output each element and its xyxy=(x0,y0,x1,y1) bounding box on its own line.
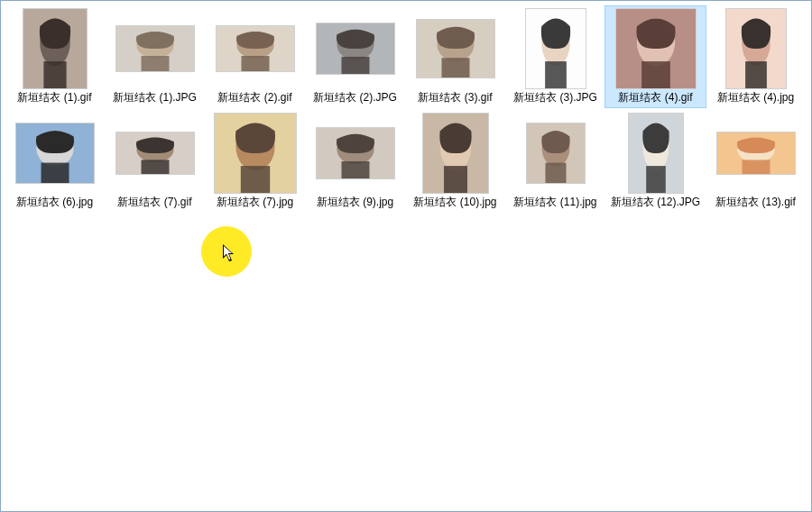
svg-rect-23 xyxy=(745,61,767,88)
file-thumbnail[interactable] xyxy=(711,113,801,194)
file-name-label[interactable]: 新垣结衣 (11).jpg xyxy=(507,194,604,210)
file-item[interactable]: 新垣结衣 (11).jpg xyxy=(505,111,605,212)
file-name-label[interactable]: 新垣结衣 (1).gif xyxy=(6,89,104,105)
file-name-label[interactable]: 新垣结衣 (1).JPG xyxy=(106,89,204,105)
cursor-icon xyxy=(223,244,237,267)
svg-rect-32 xyxy=(240,166,269,193)
file-item[interactable]: 新垣结衣 (13).gif xyxy=(706,111,806,212)
svg-rect-20 xyxy=(641,61,670,88)
file-thumbnail[interactable] xyxy=(611,8,701,89)
file-item[interactable]: 新垣结衣 (2).JPG xyxy=(305,6,405,107)
file-name-label[interactable]: 新垣结衣 (13).gif xyxy=(707,194,805,210)
file-thumbnail[interactable] xyxy=(310,113,401,194)
file-thumbnail[interactable] xyxy=(210,8,300,89)
file-name-label[interactable]: 新垣结衣 (9).jpg xyxy=(307,194,404,210)
file-thumbnail[interactable] xyxy=(10,8,100,89)
file-thumbnail[interactable] xyxy=(110,8,200,89)
file-name-label[interactable]: 新垣结衣 (4).jpg xyxy=(707,89,805,105)
svg-rect-14 xyxy=(441,58,469,78)
cursor-highlight xyxy=(201,226,252,277)
svg-rect-11 xyxy=(341,57,369,74)
svg-rect-47 xyxy=(742,160,770,174)
file-explorer-pane[interactable]: 新垣结衣 (1).gif新垣结衣 (1).JPG新垣结衣 (2).gif新垣结衣… xyxy=(0,0,812,512)
file-item[interactable]: 新垣结衣 (6).jpg xyxy=(5,111,105,212)
file-thumbnail[interactable] xyxy=(10,113,100,194)
file-item[interactable]: 新垣结衣 (3).JPG xyxy=(505,6,605,107)
file-name-label[interactable]: 新垣结衣 (2).gif xyxy=(207,89,304,105)
file-name-label[interactable]: 新垣结衣 (3).JPG xyxy=(507,89,604,105)
file-thumbnail[interactable] xyxy=(711,8,801,89)
file-thumbnail[interactable] xyxy=(511,113,601,194)
file-item[interactable]: 新垣结衣 (7).jpg xyxy=(205,111,305,212)
file-item[interactable]: 新垣结衣 (3).gif xyxy=(405,6,505,107)
svg-rect-41 xyxy=(545,163,566,183)
file-item[interactable]: 新垣结衣 (1).JPG xyxy=(105,6,205,107)
file-name-label[interactable]: 新垣结衣 (7).gif xyxy=(106,194,204,210)
file-item[interactable]: 新垣结衣 (9).jpg xyxy=(305,111,405,212)
svg-rect-17 xyxy=(545,61,567,88)
file-thumbnail[interactable] xyxy=(411,8,501,89)
file-item[interactable]: 新垣结衣 (10).jpg xyxy=(405,111,505,212)
file-item[interactable]: 新垣结衣 (7).gif xyxy=(105,111,205,212)
file-name-label[interactable]: 新垣结衣 (10).jpg xyxy=(407,194,504,210)
file-thumbnail[interactable] xyxy=(210,113,300,194)
file-item[interactable]: 新垣结衣 (12).JPG xyxy=(605,111,706,212)
svg-rect-8 xyxy=(241,56,269,71)
file-thumbnail[interactable] xyxy=(611,113,701,194)
file-item[interactable]: 新垣结衣 (1).gif xyxy=(5,6,105,107)
file-item[interactable]: 新垣结衣 (4).jpg xyxy=(706,6,806,107)
file-grid[interactable]: 新垣结衣 (1).gif新垣结衣 (1).JPG新垣结衣 (2).gif新垣结衣… xyxy=(5,6,807,215)
file-name-label[interactable]: 新垣结衣 (7).jpg xyxy=(207,194,304,210)
svg-rect-2 xyxy=(43,61,66,88)
file-name-label[interactable]: 新垣结衣 (3).gif xyxy=(407,89,504,105)
svg-rect-44 xyxy=(646,166,666,193)
svg-rect-38 xyxy=(444,166,467,193)
svg-rect-26 xyxy=(41,163,69,183)
file-name-label[interactable]: 新垣结衣 (12).JPG xyxy=(607,194,705,210)
svg-rect-5 xyxy=(141,56,169,71)
file-thumbnail[interactable] xyxy=(411,113,501,194)
file-thumbnail[interactable] xyxy=(511,8,601,89)
file-thumbnail[interactable] xyxy=(110,113,200,194)
file-name-label[interactable]: 新垣结衣 (6).jpg xyxy=(6,194,104,210)
svg-rect-29 xyxy=(141,160,169,174)
file-item[interactable]: 新垣结衣 (4).gif xyxy=(605,6,706,107)
file-name-label[interactable]: 新垣结衣 (4).gif xyxy=(607,89,705,105)
file-thumbnail[interactable] xyxy=(310,8,401,89)
svg-rect-35 xyxy=(341,161,369,178)
file-item[interactable]: 新垣结衣 (2).gif xyxy=(205,6,305,107)
file-name-label[interactable]: 新垣结衣 (2).JPG xyxy=(307,89,404,105)
